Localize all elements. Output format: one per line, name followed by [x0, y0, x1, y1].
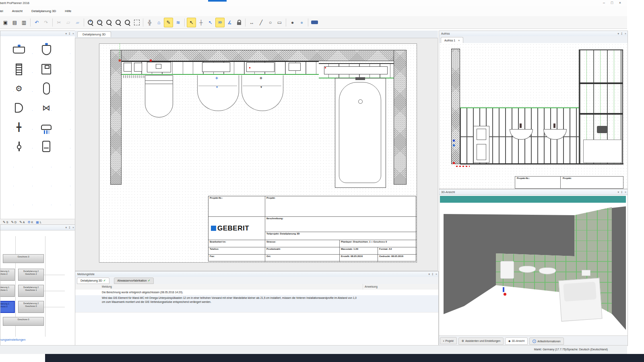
- tab-projekt[interactable]: ▪Projekt: [440, 337, 457, 344]
- panel-pin-icon[interactable]: ↧: [621, 191, 623, 193]
- panel-close-icon[interactable]: ×: [72, 226, 74, 229]
- scheme-bottom-box[interactable]: Geschoss 0: [3, 317, 44, 326]
- zoom-fit-button[interactable]: [132, 18, 141, 27]
- catalog-item-washbasin[interactable]: [5, 40, 33, 60]
- catalog-item-cistern[interactable]: [33, 137, 60, 156]
- zoom-window-button[interactable]: [105, 18, 113, 27]
- tab-artikelinformationen[interactable]: iArtikelinformationen: [529, 337, 564, 345]
- view-3d-button[interactable]: 3D: [215, 18, 225, 27]
- scheme-box-left-0[interactable]: Detailplanung 1Geschoss 2: [0, 269, 15, 281]
- calculation-settings-link[interactable]: Berechnungseinstellungen: [0, 338, 25, 341]
- titleblock-logo-cell: GEBERIT: [208, 216, 265, 240]
- pan-button[interactable]: ╬: [145, 18, 154, 27]
- aufriss-tab-close-icon[interactable]: ×: [458, 39, 460, 42]
- menu-hilfe[interactable]: Hilfe: [60, 7, 76, 15]
- save-button[interactable]: ▣: [1, 18, 10, 27]
- catalog-item-shower[interactable]: [33, 117, 60, 137]
- catalog-item-washing-machine[interactable]: [33, 60, 60, 79]
- scheme-box-right-2[interactable]: Detailplanung 2Geschoss 0: [18, 301, 44, 313]
- layer-toggle-k[interactable]: ⚙K: [28, 220, 33, 224]
- panel-close-icon[interactable]: ×: [625, 191, 626, 193]
- scheme-top-box[interactable]: Geschoss 3: [3, 254, 44, 263]
- pipes-button[interactable]: ≋: [174, 18, 182, 27]
- sphere-light-button[interactable]: ●: [297, 18, 306, 27]
- panel-close-icon[interactable]: ×: [72, 32, 74, 35]
- paste-button[interactable]: ▰: [73, 18, 82, 27]
- tab-detailplanung-3d[interactable]: Detailplanung 3D: [77, 31, 111, 37]
- washbasin-plan-symbol[interactable]: [242, 75, 283, 111]
- message-tab-1[interactable]: Abwasservorfabrikation✓: [114, 278, 154, 284]
- menu-detailplanung-3d[interactable]: Detailplanung 3D: [27, 7, 60, 15]
- panel-close-icon[interactable]: ×: [625, 32, 626, 35]
- catalog-item-valve[interactable]: [5, 137, 33, 156]
- dimension-button[interactable]: ↔: [248, 18, 256, 27]
- panel-pin-icon[interactable]: ↧: [68, 32, 71, 35]
- sphere-dark-button[interactable]: ●: [288, 18, 297, 27]
- scheme-box-right-0[interactable]: Detailplanung 2Geschoss 2: [18, 269, 44, 281]
- panel-dropdown-icon[interactable]: ▾: [66, 226, 67, 229]
- tab-3d-ansicht[interactable]: ◆3D-Ansicht: [505, 337, 528, 345]
- home-button[interactable]: ⌂: [155, 18, 163, 27]
- taskbar-dark[interactable]: [45, 354, 644, 362]
- move-button[interactable]: ┼: [197, 18, 205, 27]
- aufriss-canvas[interactable]: Projekt-Nr.: Projekt:: [439, 43, 627, 189]
- catalog-item-pipe-fitting[interactable]: ⋈: [33, 98, 60, 117]
- catalog-item-tee-fitting[interactable]: ╋: [5, 117, 33, 137]
- report-button[interactable]: ▥: [20, 18, 28, 27]
- undo-button[interactable]: ↶: [33, 18, 41, 27]
- zoom-previous-button[interactable]: [123, 18, 132, 27]
- message-tab-0[interactable]: Detailplanung 3D✓: [77, 278, 109, 284]
- panel-dropdown-icon[interactable]: ▾: [429, 273, 430, 276]
- menu-datei[interactable]: Datei: [0, 7, 8, 15]
- layer-toggle-s[interactable]: ✎S: [3, 220, 8, 224]
- panel-close-icon[interactable]: ×: [436, 273, 437, 276]
- line-button[interactable]: ╱: [257, 18, 265, 27]
- catalog-item-towel-radiator[interactable]: [5, 60, 33, 79]
- copy-button[interactable]: ▱: [64, 18, 72, 27]
- layer-toggle-d[interactable]: ✎D: [11, 220, 17, 224]
- view3d-toolbar[interactable]: [440, 196, 626, 203]
- rectangle-button[interactable]: ▭: [275, 18, 284, 27]
- maximize-button[interactable]: □: [609, 0, 615, 6]
- print-button[interactable]: ▤: [10, 18, 19, 27]
- edit-button[interactable]: ✎: [164, 18, 173, 27]
- panel-pin-icon[interactable]: ↧: [621, 32, 623, 35]
- panel-pin-icon[interactable]: ↧: [68, 226, 71, 229]
- zoom-out-button[interactable]: −: [95, 18, 104, 27]
- zoom-in-button[interactable]: +: [86, 18, 95, 27]
- washbasin-plan-symbol[interactable]: [197, 75, 239, 111]
- catalog-item-bathtub[interactable]: [33, 79, 60, 98]
- zoom-all-button[interactable]: [114, 18, 122, 27]
- panel-dropdown-icon[interactable]: ▾: [618, 191, 619, 193]
- view3d-viewport[interactable]: [440, 204, 626, 335]
- drawing-canvas[interactable]: ✛ ▾ ✛ ▾ Projekt-Nr.: Projekt: GEBERIT Be…: [75, 38, 438, 271]
- select-button[interactable]: ↖: [187, 18, 196, 27]
- cut-button[interactable]: ✂: [55, 18, 63, 27]
- message-row-0[interactable]: Die Berechnung wurde erfolgreich abgesch…: [75, 290, 438, 296]
- bathtub-plan-symbol[interactable]: [335, 78, 386, 188]
- message-row-1[interactable]: Wird das GIS Element für Wand-WC mit Ome…: [75, 295, 438, 313]
- catalog-item-corner-basin[interactable]: [5, 98, 33, 117]
- ellipse-button[interactable]: ○: [266, 18, 275, 27]
- scheme-box-left-2[interactable]: Detailplanung 1Geschoss 0: [0, 301, 15, 313]
- layer-toggle-l[interactable]: ▦L: [36, 220, 41, 224]
- redo-button[interactable]: ↷: [42, 18, 50, 27]
- scheme-box-right-1[interactable]: Detailplanung 2Geschoss 1: [18, 285, 44, 297]
- panel-dropdown-icon[interactable]: ▾: [618, 32, 619, 35]
- tab-assistenten-und-einstellungen[interactable]: ⚙Assistenten und Einstellungen: [458, 337, 504, 345]
- close-button[interactable]: ×: [617, 0, 623, 6]
- lock-button[interactable]: [235, 18, 243, 27]
- menu-ansicht[interactable]: Ansicht: [8, 7, 27, 15]
- scheme-box-left-1[interactable]: Detailplanung 1Geschoss 1: [0, 285, 15, 297]
- catalog-item-urinal[interactable]: [33, 40, 60, 60]
- panel-dropdown-icon[interactable]: ▾: [66, 32, 67, 35]
- select-add-button[interactable]: ↖: [206, 18, 215, 27]
- tab-aufriss-1[interactable]: Aufriss 1 ×: [441, 37, 463, 43]
- panel-pin-icon[interactable]: ↧: [431, 273, 434, 276]
- measure-button[interactable]: ∡: [225, 18, 234, 27]
- catalog-item-shower-head[interactable]: ⚙: [5, 79, 33, 98]
- wc-plan-symbol[interactable]: [145, 75, 173, 117]
- view3d-bar-button[interactable]: [310, 18, 319, 27]
- minimize-button[interactable]: –: [601, 0, 607, 6]
- layer-toggle-a[interactable]: ✎A: [19, 220, 25, 224]
